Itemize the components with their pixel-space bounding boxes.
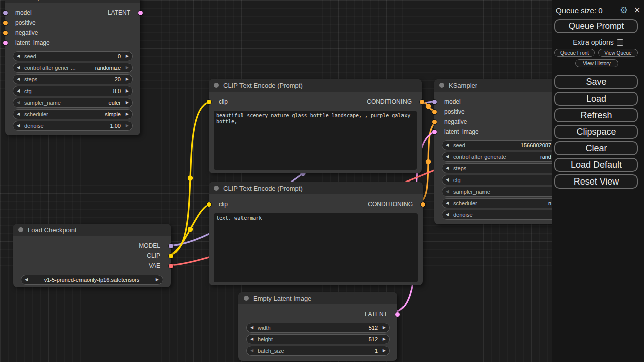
- close-icon[interactable]: ×: [634, 6, 640, 14]
- widget-value: 0: [118, 53, 121, 59]
- steps-widget[interactable]: ◀steps20▶: [13, 74, 133, 84]
- increment-arrow-icon[interactable]: ▶: [123, 112, 129, 116]
- decrement-arrow-icon[interactable]: ◀: [17, 101, 23, 105]
- latent_image-input-port[interactable]: [432, 130, 437, 134]
- increment-arrow-icon[interactable]: ▶: [380, 326, 386, 330]
- node-empty-latent-titlebar[interactable]: Empty Latent Image: [238, 292, 397, 304]
- input-label: positive: [15, 19, 36, 26]
- CLIP-output-port[interactable]: [169, 254, 173, 258]
- widget-value: 512: [369, 325, 378, 331]
- prompt-textarea[interactable]: [214, 213, 418, 282]
- positive-input-port[interactable]: [3, 21, 8, 25]
- node-clip-negative-titlebar[interactable]: CLIP Text Encode (Prompt): [209, 182, 423, 194]
- decrement-arrow-icon[interactable]: ◀: [446, 143, 452, 147]
- input-label: clip: [219, 98, 228, 105]
- widget-label: seed: [24, 53, 36, 59]
- batch_size-widget[interactable]: ◀batch_size1▶: [246, 346, 390, 356]
- decrement-arrow-icon[interactable]: ◀: [446, 201, 452, 205]
- view-queue-button[interactable]: View Queue: [598, 49, 638, 57]
- collapse-dot-icon[interactable]: [18, 227, 23, 232]
- increment-arrow-icon[interactable]: ▶: [123, 77, 129, 81]
- control after gener …-widget[interactable]: ◀control after gener …randomize▶: [13, 63, 133, 73]
- queue-front-button[interactable]: Queue Front: [554, 49, 595, 57]
- port-row: positive: [5, 18, 140, 28]
- decrement-arrow-icon[interactable]: ◀: [446, 155, 452, 159]
- width-widget[interactable]: ◀width512▶: [246, 323, 390, 333]
- clip-input-port[interactable]: [207, 202, 211, 207]
- queue-prompt-button[interactable]: Queue Prompt: [554, 19, 638, 33]
- negative-input-port[interactable]: [3, 31, 8, 35]
- node-load-checkpoint-titlebar[interactable]: Load Checkpoint: [13, 224, 171, 236]
- decrement-arrow-icon[interactable]: ◀: [250, 349, 256, 353]
- decrement-arrow-icon[interactable]: ◀: [446, 178, 452, 182]
- reset-view-button[interactable]: Reset View: [554, 174, 638, 189]
- decrement-arrow-icon[interactable]: ◀: [17, 66, 23, 70]
- LATENT-output-port[interactable]: [138, 11, 143, 15]
- increment-arrow-icon[interactable]: ▶: [123, 89, 129, 93]
- decrement-arrow-icon[interactable]: ◀: [17, 89, 23, 93]
- collapse-dot-icon[interactable]: [439, 83, 444, 88]
- output-label: LATENT: [365, 311, 387, 318]
- widget-label: denoise: [453, 212, 473, 218]
- view-history-button[interactable]: View History: [575, 59, 618, 67]
- refresh-button[interactable]: Refresh: [554, 108, 638, 122]
- node-title: Load Checkpoint: [28, 226, 77, 234]
- decrement-arrow-icon[interactable]: ◀: [250, 337, 256, 341]
- decrement-arrow-icon[interactable]: ◀: [446, 213, 452, 217]
- CONDITIONING-output-port[interactable]: [421, 202, 425, 207]
- combo-widget[interactable]: ◀v1-5-pruned-emaonly-fp16.safetensors▶: [21, 275, 163, 285]
- negative-input-port[interactable]: [432, 120, 437, 124]
- height-widget[interactable]: ◀height512▶: [246, 334, 390, 344]
- increment-arrow-icon[interactable]: ▶: [380, 349, 386, 353]
- sampler_name-widget[interactable]: ◀sampler_nameeuler▶: [13, 98, 133, 108]
- node-body: clipCONDITIONING: [209, 92, 422, 170]
- LATENT-output-port[interactable]: [395, 312, 400, 317]
- cfg-widget[interactable]: ◀cfg8.0▶: [13, 86, 133, 96]
- decrement-arrow-icon[interactable]: ◀: [17, 124, 23, 128]
- clipspace-button[interactable]: Clipspace: [554, 125, 638, 139]
- decrement-arrow-icon[interactable]: ◀: [17, 54, 23, 58]
- clear-button[interactable]: Clear: [554, 141, 638, 155]
- decrement-arrow-icon[interactable]: ◀: [25, 278, 31, 282]
- collapse-dot-icon[interactable]: [244, 296, 249, 301]
- decrement-arrow-icon[interactable]: ◀: [446, 190, 452, 194]
- MODEL-output-port[interactable]: [169, 244, 173, 248]
- decrement-arrow-icon[interactable]: ◀: [446, 166, 452, 170]
- extra-options-checkbox[interactable]: [617, 39, 623, 46]
- scheduler-widget[interactable]: ◀schedulersimple▶: [13, 109, 133, 119]
- model-input-port[interactable]: [432, 100, 437, 104]
- seed-widget[interactable]: ◀seed0▶: [13, 51, 133, 61]
- denoise-widget[interactable]: ◀denoise1.00▶: [13, 121, 133, 131]
- collapse-dot-icon[interactable]: [214, 186, 219, 191]
- input-label: latent_image: [15, 39, 50, 46]
- increment-arrow-icon[interactable]: ▶: [123, 101, 129, 105]
- save-button[interactable]: Save: [554, 75, 638, 89]
- clip-input-port[interactable]: [207, 100, 211, 104]
- settings-gear-icon[interactable]: ⚙: [620, 5, 628, 16]
- input-label: model: [15, 9, 32, 16]
- increment-arrow-icon[interactable]: ▶: [380, 337, 386, 341]
- increment-arrow-icon[interactable]: ▶: [123, 66, 129, 70]
- port-row: VAE: [13, 261, 171, 271]
- CONDITIONING-output-port[interactable]: [420, 100, 424, 104]
- increment-arrow-icon[interactable]: ▶: [153, 278, 159, 282]
- positive-input-port[interactable]: [432, 110, 437, 114]
- latent_image-input-port[interactable]: [3, 41, 8, 45]
- prompt-textarea[interactable]: [214, 111, 417, 170]
- model-input-port[interactable]: [3, 11, 8, 15]
- input-label: negative: [15, 29, 38, 36]
- widget-value: 512: [369, 336, 378, 342]
- load-button[interactable]: Load: [554, 92, 638, 106]
- input-label: clip: [219, 201, 228, 208]
- decrement-arrow-icon[interactable]: ◀: [17, 77, 23, 81]
- decrement-arrow-icon[interactable]: ◀: [17, 112, 23, 116]
- increment-arrow-icon[interactable]: ▶: [123, 54, 129, 58]
- queue-menu-panel: Queue size: 0 ⚙ × Queue Prompt Extra opt…: [552, 0, 644, 362]
- widget-value: v1-5-pruned-emaonly-fp16.safetensors: [31, 277, 153, 283]
- increment-arrow-icon[interactable]: ▶: [123, 124, 129, 128]
- load-default-button[interactable]: Load Default: [554, 158, 638, 172]
- node-clip-positive-titlebar[interactable]: CLIP Text Encode (Prompt): [209, 79, 422, 92]
- VAE-output-port[interactable]: [169, 264, 173, 268]
- collapse-dot-icon[interactable]: [214, 83, 219, 88]
- decrement-arrow-icon[interactable]: ◀: [250, 326, 256, 330]
